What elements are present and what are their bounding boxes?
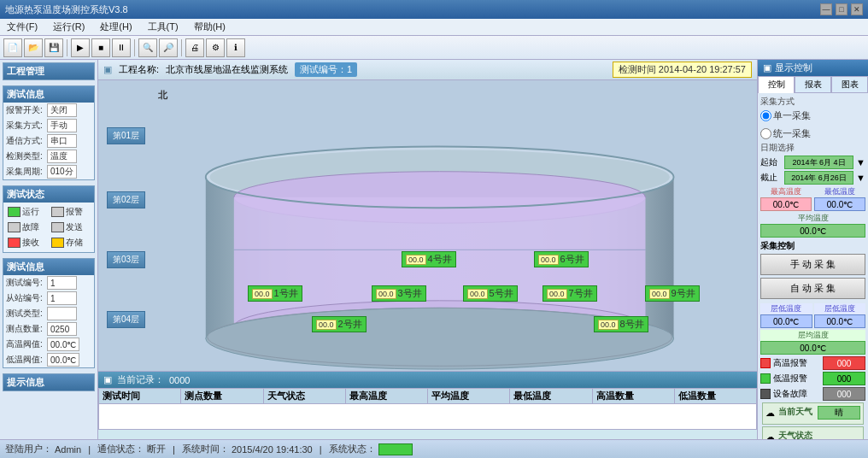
layer-low-value1: 00.0℃: [760, 314, 812, 328]
viz-area: 北 第01层 第02层 第03层 第04层: [98, 80, 757, 371]
well-4-id: 4号井: [428, 253, 452, 266]
menu-file[interactable]: 文件(F): [3, 21, 41, 33]
close-button[interactable]: ✕: [851, 3, 863, 15]
fault-label: 故障: [22, 221, 46, 233]
well-3-id: 3号井: [398, 287, 422, 300]
status-bar: 登陆用户： Admin | 通信状态： 断开 | 系统时间： 2015/4/20…: [0, 439, 868, 458]
tab-chart[interactable]: 图表: [831, 76, 868, 93]
minimize-button[interactable]: —: [820, 3, 832, 15]
test-info2-title: 测试信息: [3, 259, 94, 275]
menu-tools[interactable]: 工具(T): [144, 21, 182, 33]
well-8-value: 00.0: [598, 320, 619, 330]
sys-status: 系统状态：: [329, 443, 413, 455]
end-date-value[interactable]: 2014年 6月26日: [784, 171, 853, 185]
well-3[interactable]: 00.0 3号井: [372, 285, 426, 302]
toolbar-open[interactable]: 📂: [24, 38, 43, 57]
detect-type-label: 检测类型:: [6, 150, 44, 162]
end-label: 截止: [760, 172, 782, 184]
avg-temp-group: 平均温度 00.0℃: [760, 213, 865, 238]
test-id-value: 1: [47, 276, 77, 290]
toolbar-stop[interactable]: ■: [91, 38, 110, 57]
center-header: ▣ 工程名称: 北京市线屋地温在线监测系统 测试编号：1 检测时间 2014-0…: [98, 60, 757, 80]
project-management-section: 工程管理: [3, 62, 95, 80]
start-date-value[interactable]: 2014年 6月 4日: [784, 156, 853, 169]
well-2[interactable]: 00.0 2号井: [312, 316, 367, 332]
collect-period-label: 采集周期:: [6, 166, 44, 178]
tab-report[interactable]: 报表: [795, 76, 831, 93]
comm-label: 通信状态：: [97, 443, 144, 455]
toolbar-settings[interactable]: ⚙: [206, 38, 225, 57]
well-5[interactable]: 00.0 5号井: [463, 285, 518, 302]
run-label: 运行: [22, 206, 46, 218]
well-6[interactable]: 00.0 6号井: [534, 251, 589, 267]
high-alarm-icon: [760, 358, 771, 368]
tab-control[interactable]: 控制: [758, 76, 795, 93]
alarm-switch-row: 报警开关: 关闭: [3, 103, 94, 118]
collect-mode-right: 采集方式: [760, 96, 865, 108]
layer-avg-label: 层均温度: [760, 330, 865, 341]
well-1[interactable]: 00.0 1号井: [248, 285, 302, 302]
status-receive: 接收: [5, 235, 49, 250]
status-alarm: 报警: [49, 204, 92, 220]
collect-unified[interactable]: 统一采集: [760, 127, 811, 140]
cylinder-svg: [98, 80, 757, 371]
toolbar-info[interactable]: ℹ: [226, 38, 245, 57]
fault-dot: [8, 222, 21, 232]
menu-run[interactable]: 运行(R): [50, 21, 88, 33]
system-time-value: 2015/4/20 19:41:30: [232, 444, 313, 455]
test-info-title: 测试信息: [3, 86, 94, 103]
fault-row: 设备故障 000: [760, 387, 865, 401]
detect-type-row: 检测类型: 温度: [3, 149, 94, 164]
well-4[interactable]: 00.0 4号井: [402, 251, 456, 267]
weather-title: 当前天气: [778, 406, 812, 418]
status-send: 发送: [49, 220, 92, 235]
system-time-status: 系统时间： 2015/4/20 19:41:30: [182, 443, 313, 455]
toolbar-pause[interactable]: ⏸: [112, 38, 131, 57]
low-temp-value: 00.0℃: [47, 353, 79, 367]
weather-value: 晴: [818, 406, 860, 420]
well-5-id: 5号井: [490, 287, 513, 300]
well-1-id: 1号井: [274, 287, 298, 300]
sep3: |: [320, 444, 322, 455]
auto-collect-button[interactable]: 自 动 采 集: [760, 278, 865, 299]
fault-icon: [760, 389, 771, 399]
toolbar-sep1: [67, 39, 67, 56]
toolbar-new[interactable]: 📄: [3, 38, 22, 57]
menu-bar: 文件(F) 运行(R) 处理(H) 工具(T) 帮助(H): [0, 19, 868, 36]
high-alarm-row: 高温报警 000: [760, 356, 865, 370]
manual-collect-button[interactable]: 手 动 采 集: [760, 254, 865, 275]
test-status-title: 测试状态: [3, 186, 94, 203]
collect-period-value: 010分: [47, 165, 77, 179]
toolbar-play[interactable]: ▶: [71, 38, 90, 57]
avg-temp-label: 平均温度: [760, 213, 865, 224]
display-control-title: ▣ 显示控制: [758, 60, 868, 76]
col-weather: 天气状态: [263, 389, 345, 404]
layer-avg-value: 00.0℃: [760, 341, 865, 355]
start-dropdown-icon[interactable]: ▼: [856, 157, 865, 167]
high-temp-row: 高温阀值: 00.0℃: [3, 337, 94, 352]
app-title: 地源热泵温度场测控系统V3.8: [5, 3, 128, 16]
low-alarm-label: 低温报警: [773, 373, 807, 385]
toolbar-zoom-in[interactable]: 🔍: [138, 38, 157, 57]
end-dropdown-icon[interactable]: ▼: [856, 173, 865, 183]
toolbar-save[interactable]: 💾: [44, 38, 63, 57]
well-8[interactable]: 00.0 8号井: [594, 316, 648, 332]
collect-control-label: 采集控制: [760, 240, 865, 252]
date-select-label: 日期选择: [760, 142, 795, 154]
collect-single[interactable]: 单一采集: [760, 109, 811, 122]
well-8-id: 8号井: [620, 318, 644, 331]
main-layout: 工程管理 测试信息 报警开关: 关闭 采集方式: 手动 通信方式: 串口 检测类…: [0, 60, 868, 439]
maximize-button[interactable]: □: [836, 3, 847, 15]
right-panel: ▣ 显示控制 控制 报表 图表 采集方式 单一采集 统一采集: [757, 60, 868, 439]
record-label: 当前记录：: [117, 373, 164, 386]
well-7-id: 7号井: [569, 287, 593, 300]
well-9[interactable]: 00.0 9号井: [645, 285, 700, 302]
menu-help[interactable]: 帮助(H): [191, 21, 229, 33]
menu-process[interactable]: 处理(H): [97, 21, 135, 33]
comm-mode-label: 通信方式:: [6, 135, 44, 147]
start-label: 起始: [760, 156, 782, 168]
toolbar-zoom-out[interactable]: 🔎: [159, 38, 178, 57]
well-7[interactable]: 00.0 7号井: [542, 285, 597, 302]
toolbar-print[interactable]: 🖨: [185, 38, 204, 57]
point-count-row: 测点数量: 0250: [3, 321, 94, 337]
